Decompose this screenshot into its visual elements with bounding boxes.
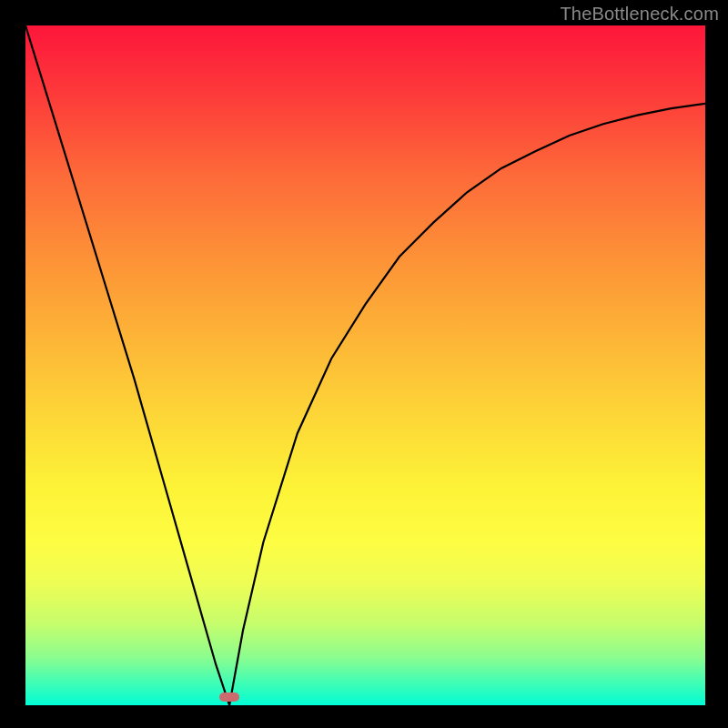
curve-right-branch <box>229 104 705 705</box>
watermark-text: TheBottleneck.com <box>560 4 719 25</box>
plot-area <box>25 25 705 705</box>
minimum-marker <box>219 693 239 702</box>
bottleneck-curve <box>25 25 705 705</box>
curve-left-branch <box>25 25 229 705</box>
chart-container: TheBottleneck.com <box>0 0 728 728</box>
